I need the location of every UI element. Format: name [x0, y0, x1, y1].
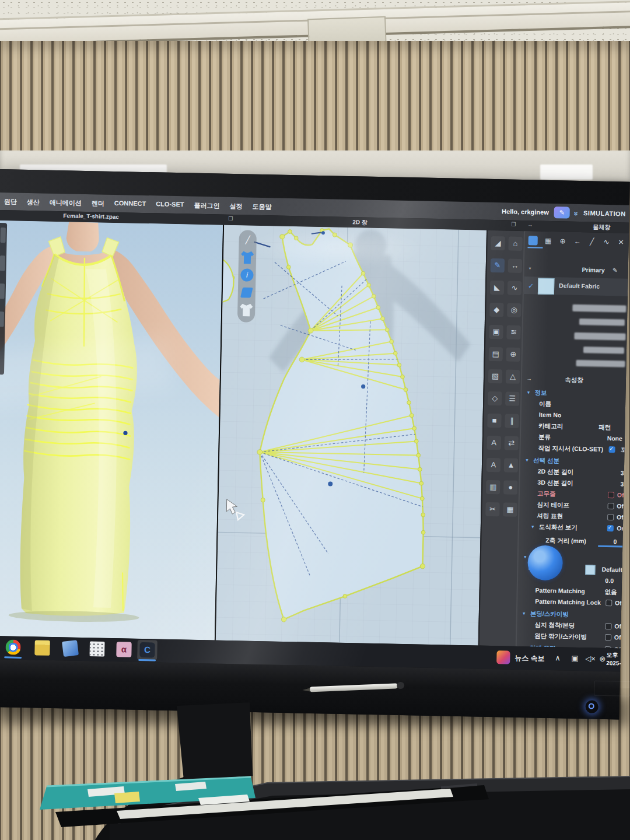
menu-item-3[interactable]: 렌더 [92, 199, 104, 208]
steam-iron-tool-icon[interactable]: ≋ [506, 325, 520, 339]
tab-object-window[interactable]: 물체창 [593, 223, 610, 232]
menu-item-4[interactable]: CONNECT [114, 199, 146, 208]
fabric-color-swatch[interactable] [538, 278, 555, 295]
fabric-list-item[interactable]: ✓ Default Fabric [524, 276, 628, 296]
collapse-triangle-icon[interactable]: ▼ [522, 608, 526, 619]
alpha-app-icon[interactable]: α [116, 642, 132, 657]
menu-item-2[interactable]: 애니메이션 [50, 198, 82, 207]
fabric-color-swatch[interactable] [585, 565, 595, 575]
property-row[interactable]: ▼도식화선 보기On [519, 521, 623, 534]
fabric-swatch-icon[interactable] [528, 236, 538, 245]
active-tab-underline [527, 247, 542, 249]
checkbox[interactable] [607, 525, 614, 531]
collapse-triangle-icon[interactable]: ▼ [526, 387, 530, 398]
close-circle-icon[interactable]: ⊗ [599, 654, 606, 663]
viewport-2d[interactable]: ╱i [216, 225, 487, 646]
sewing-machine-icon[interactable]: ⌂ [508, 237, 522, 251]
collapse-triangle-icon[interactable]: ▼ [523, 551, 527, 562]
notebook-app-icon[interactable] [62, 640, 79, 657]
stitch-line-icon[interactable]: ╱ [587, 236, 597, 247]
curve-sewing-tool-icon[interactable]: ∿ [508, 281, 522, 295]
checkbox[interactable] [606, 600, 612, 606]
pattern-info-icon[interactable]: i [240, 268, 253, 281]
checkerboard-icon[interactable]: ▦ [543, 236, 554, 246]
tray-expand-icon[interactable]: ∧ [555, 653, 561, 662]
calculator-app-icon[interactable] [89, 641, 105, 657]
add-point-tool-icon[interactable]: ◣ [490, 281, 504, 295]
menu-item-7[interactable]: 설정 [229, 201, 242, 210]
tab-3d-garment[interactable]: Female_T-shirt.zpac [63, 212, 119, 220]
property-row[interactable]: Pattern Matching LockOff [517, 596, 621, 609]
menu-item-1[interactable]: 생산 [27, 197, 40, 206]
measure-tool-icon[interactable]: ╱ [241, 233, 254, 246]
window-restore-icon[interactable]: ❐ [511, 222, 516, 228]
shirt-tool-icon[interactable]: △ [506, 369, 520, 383]
fold-arrangement-tool-icon[interactable]: ● [503, 480, 517, 494]
volume-muted-icon[interactable]: ◁× [585, 654, 596, 663]
checkbox[interactable] [608, 503, 614, 509]
menu-item-8[interactable]: 도움말 [252, 202, 271, 211]
checkbox[interactable] [605, 623, 611, 629]
news-widget-icon[interactable] [496, 650, 510, 664]
shirring-tool-icon[interactable]: ▲ [504, 458, 518, 472]
seam-line-tool-icon[interactable]: ☰ [505, 391, 519, 405]
tuck-tool-icon[interactable]: ⊕ [506, 347, 520, 361]
topstitch-tool-icon[interactable]: ⇄ [505, 436, 519, 450]
file-explorer-app-icon[interactable] [34, 640, 50, 656]
checkbox[interactable] [605, 634, 611, 640]
screen-cast-icon[interactable]: ▣ [571, 654, 579, 663]
polygon-pattern-tool-icon[interactable]: ◆ [489, 303, 503, 317]
text-style-tool-icon[interactable]: A [487, 458, 501, 472]
detail-sewing-tool-icon[interactable]: ◎ [507, 303, 521, 317]
edit-pencil-icon[interactable]: ✎ [612, 267, 618, 274]
menu-item-6[interactable]: 플러그인 [194, 201, 219, 210]
collapse-triangle-icon[interactable]: ▼ [531, 521, 535, 532]
grading-tool-icon[interactable]: ▦ [503, 502, 517, 516]
collapse-triangle-icon[interactable]: ▼ [525, 454, 529, 466]
show-pattern-icon[interactable] [240, 303, 253, 316]
checkbox[interactable] [607, 514, 614, 520]
property-row[interactable]: Z축 거리 (mm)0 [519, 534, 622, 548]
edit-pattern-tool-icon[interactable]: ✎ [491, 258, 505, 272]
tab-2d-pattern[interactable]: 2D 창 [352, 218, 368, 227]
menu-item-5[interactable]: CLO-SET [156, 200, 184, 209]
edit-sewing-tool-icon[interactable]: ↔ [508, 259, 522, 273]
pleats-tool-icon[interactable]: ▥ [486, 480, 500, 494]
tools-badge-icon[interactable]: ✎ [554, 206, 570, 219]
taskbar-clock[interactable]: 오후 2025- [606, 651, 626, 668]
cross-icon[interactable]: ✕ [616, 237, 626, 247]
show-garment-icon[interactable] [241, 251, 254, 264]
collapse-triangle-icon[interactable]: ▾ [529, 266, 531, 271]
zigzag-icon[interactable]: ∿ [601, 237, 612, 247]
menu-item-0[interactable]: 원단 [4, 197, 17, 206]
transform-tool-icon[interactable]: ◢ [491, 236, 505, 250]
binding-tool-icon[interactable]: ∥ [505, 414, 519, 428]
trace-tool-icon[interactable]: ▤ [489, 347, 503, 361]
primary-row[interactable]: ▾ Primary ✎ [524, 265, 628, 276]
chrome-app-icon[interactable] [5, 639, 21, 655]
dock-arrow-icon[interactable]: → [527, 222, 533, 228]
arrow-left-icon[interactable]: ← [572, 236, 583, 247]
chevron-double-down-icon[interactable]: » [572, 211, 581, 215]
text-tool-icon[interactable]: A [487, 436, 501, 450]
show-fabric-icon[interactable] [240, 288, 253, 298]
simulation-button[interactable]: SIMULATION [583, 209, 626, 217]
cut-sew-tool-icon[interactable]: ✂ [485, 502, 499, 516]
checkbox[interactable] [608, 492, 614, 498]
graphic-tool-icon[interactable]: ◇ [488, 391, 502, 405]
user-greeting[interactable]: Hello, crkginew [502, 208, 549, 216]
wood-slat-wall-upper [0, 41, 630, 155]
slider-track[interactable] [598, 545, 622, 547]
property-row[interactable]: 원단 깎기/스카이빙Off [517, 630, 621, 643]
clo3d-app-icon[interactable]: C [139, 642, 155, 658]
checkbox[interactable] [608, 446, 615, 453]
check-icon[interactable]: ✓ [528, 282, 534, 290]
target-circle-icon[interactable]: ⊕ [558, 236, 568, 246]
news-widget-label[interactable]: 뉴스 속보 [514, 653, 545, 664]
window-restore-icon[interactable]: ❐ [228, 216, 233, 222]
pattern-outline-tool-icon[interactable]: ■ [487, 414, 501, 428]
texture-editor-tool-icon[interactable]: ▧ [488, 369, 502, 383]
dart-tool-icon[interactable]: ▣ [489, 325, 503, 339]
viewport-3d[interactable] [0, 220, 223, 640]
property-row[interactable]: 작업 지시서 (CLO-SET)포 [520, 442, 624, 456]
